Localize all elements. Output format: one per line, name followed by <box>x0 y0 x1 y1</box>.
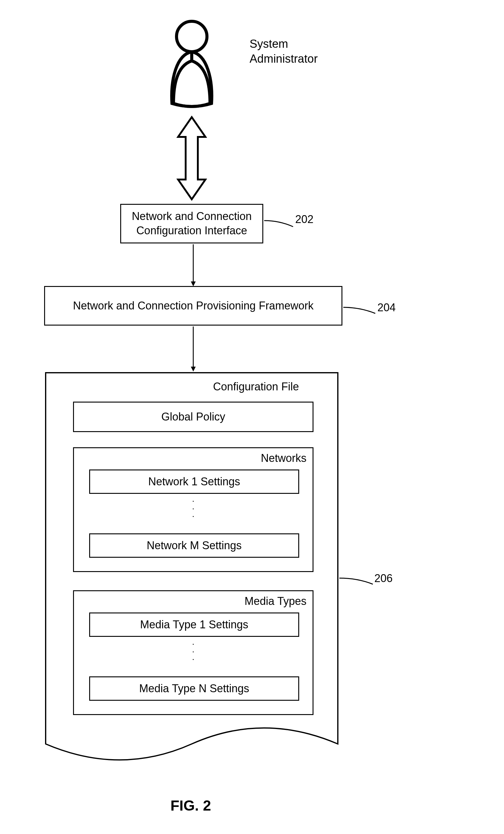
ref-202: 202 <box>295 213 313 226</box>
ref-206: 206 <box>374 572 393 585</box>
bidirectional-arrow-icon <box>177 116 207 202</box>
ellipsis-icon: ··· <box>192 497 195 520</box>
arrow-down-icon <box>190 244 196 288</box>
ref-line-202 <box>264 219 294 233</box>
media-type-1-box: Media Type 1 Settings <box>89 613 299 637</box>
arrow-down-icon <box>190 327 196 373</box>
ref-line-204 <box>343 306 377 319</box>
actor-label: System Administrator <box>249 37 318 67</box>
provisioning-framework-label: Network and Connection Provisioning Fram… <box>73 300 313 312</box>
diagram-root: System Administrator Network and Connect… <box>0 0 504 834</box>
media-type-n-box: Media Type N Settings <box>89 676 299 701</box>
network-1-label: Network 1 Settings <box>148 475 240 488</box>
network-m-label: Network M Settings <box>147 539 242 552</box>
global-policy-box: Global Policy <box>73 402 313 432</box>
network-m-box: Network M Settings <box>89 533 299 558</box>
config-interface-label: Network and Connection Configuration Int… <box>132 209 252 238</box>
config-file-title: Configuration File <box>213 380 299 393</box>
person-icon <box>161 18 222 111</box>
ellipsis-icon: ··· <box>192 640 195 663</box>
media-types-title: Media Types <box>245 595 306 608</box>
networks-title: Networks <box>261 452 306 465</box>
config-file-document <box>44 371 339 777</box>
global-policy-label: Global Policy <box>161 411 225 423</box>
config-interface-box: Network and Connection Configuration Int… <box>120 204 263 243</box>
ref-204: 204 <box>377 301 396 314</box>
media-type-1-label: Media Type 1 Settings <box>140 618 248 631</box>
network-1-box: Network 1 Settings <box>89 469 299 494</box>
provisioning-framework-box: Network and Connection Provisioning Fram… <box>44 286 343 326</box>
figure-label: FIG. 2 <box>171 797 211 814</box>
networks-container: Networks Network 1 Settings ··· Network … <box>73 447 313 572</box>
svg-point-0 <box>177 21 207 52</box>
media-types-container: Media Types Media Type 1 Settings ··· Me… <box>73 590 313 715</box>
media-type-n-label: Media Type N Settings <box>139 682 249 695</box>
ref-line-206 <box>339 576 374 590</box>
